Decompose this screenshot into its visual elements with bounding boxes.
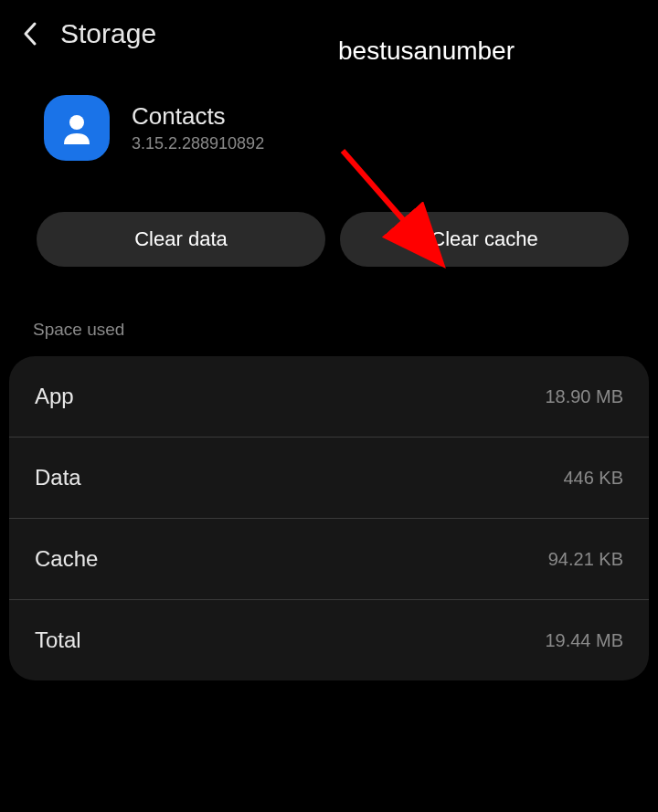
clear-data-button[interactable]: Clear data <box>37 212 325 267</box>
list-item-total: Total 19.44 MB <box>9 600 649 680</box>
watermark-text: bestusanumber <box>338 37 515 66</box>
list-item-app: App 18.90 MB <box>9 356 649 438</box>
list-item-cache: Cache 94.21 KB <box>9 519 649 600</box>
app-info: Contacts 3.15.2.288910892 <box>0 68 658 179</box>
list-item-data: Data 446 KB <box>9 438 649 519</box>
app-name: Contacts <box>132 102 264 131</box>
clear-cache-button[interactable]: Clear cache <box>340 212 629 267</box>
app-details: Contacts 3.15.2.288910892 <box>132 102 264 153</box>
space-used-title: Space used <box>0 289 658 356</box>
page-title: Storage <box>60 18 156 49</box>
row-label: Data <box>35 465 81 490</box>
action-buttons: Clear data Clear cache <box>0 179 658 289</box>
header: Storage <box>0 0 658 68</box>
back-icon[interactable] <box>22 20 38 47</box>
app-version: 3.15.2.288910892 <box>132 134 264 153</box>
row-value: 94.21 KB <box>548 549 623 570</box>
space-used-panel: App 18.90 MB Data 446 KB Cache 94.21 KB … <box>9 356 649 680</box>
contacts-app-icon <box>44 95 110 161</box>
row-value: 446 KB <box>563 468 623 489</box>
row-value: 19.44 MB <box>545 630 623 651</box>
row-label: Total <box>35 627 81 653</box>
svg-point-0 <box>69 115 84 130</box>
row-value: 18.90 MB <box>545 386 623 407</box>
row-label: App <box>35 384 74 409</box>
row-label: Cache <box>35 546 98 572</box>
